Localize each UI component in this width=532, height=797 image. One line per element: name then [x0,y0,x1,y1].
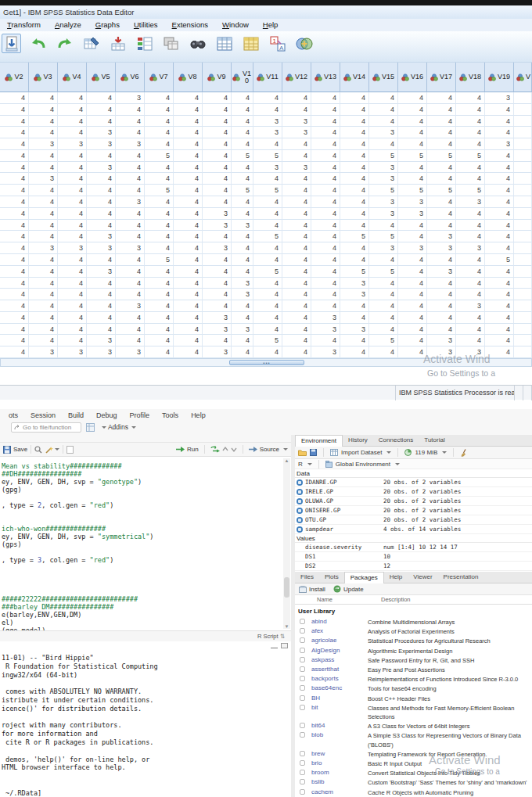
grid-cell[interactable]: 4 [398,231,427,242]
grid-cell[interactable]: 4 [232,266,253,278]
grid-cell[interactable]: 4 [311,138,340,150]
grid-cell[interactable]: 4 [145,231,174,242]
grid-cell[interactable]: 4 [232,173,253,185]
redo-icon[interactable] [55,34,74,53]
package-checkbox[interactable] [300,760,305,766]
tab-files[interactable]: Files [295,572,319,583]
grid-cell[interactable]: 4 [232,346,253,358]
grid-cell[interactable]: 3 [253,162,282,174]
grid-cell[interactable]: 3 [87,231,116,242]
grid-cell[interactable]: 4 [29,208,58,220]
grid-cell[interactable]: 4 [116,208,145,220]
grid-cell[interactable]: 4 [232,254,253,266]
grid-cell[interactable]: 4 [116,278,145,289]
grid-cell[interactable]: 4 [145,289,174,300]
package-name-link[interactable]: blob [305,731,368,740]
grid-cell[interactable]: 4 [203,185,232,196]
grid-cell[interactable]: 4 [87,196,116,208]
find-replace-icon[interactable] [34,446,42,454]
grid-cell[interactable]: 4 [145,220,174,232]
update-button[interactable]: Update [333,585,364,593]
grid-cell[interactable]: 4 [485,220,514,232]
environment-object-row[interactable]: sampdear4 obs. of 14 variables [295,525,532,534]
grid-cell[interactable]: 4 [398,254,427,266]
grid-cell[interactable]: 3 [232,220,253,232]
grid-cell[interactable]: 4 [58,220,87,232]
grid-cell[interactable]: 4 [485,127,514,138]
grid-cell[interactable]: 3 [87,266,116,278]
package-checkbox[interactable] [300,676,305,681]
grid-cell[interactable]: 4 [29,162,58,174]
grid-cell[interactable]: 3 [282,127,311,138]
grid-cell[interactable]: 4 [427,162,456,174]
tab-environment[interactable]: Environment [295,435,343,447]
run-icon[interactable] [176,446,185,453]
grid-column-header[interactable]: V3 [29,63,58,92]
grid-cell[interactable]: 4 [87,116,116,127]
grid-column-header[interactable]: V18 [456,63,485,92]
grid-cell[interactable]: 4 [203,300,232,312]
grid-cell[interactable]: 4 [485,104,514,116]
grid-cell[interactable]: 5 [340,231,369,242]
grid-cell[interactable]: 4 [485,231,514,242]
grid-cell[interactable]: 5 [253,150,282,162]
grid-cell[interactable]: 4 [145,335,174,346]
spss-data-grid[interactable]: V2V3V4V5V6V7V8V9V10V11V12V13V14V15V16V17… [0,63,532,358]
grid-cell[interactable]: 4 [340,173,369,185]
grid-cell[interactable]: 4 [485,278,514,289]
spss-menu-graphs[interactable]: Graphs [88,19,127,31]
grid-cell[interactable]: 3 [116,300,145,312]
spss-menu-window[interactable]: Window [215,19,256,31]
grid-cell[interactable]: 4 [253,254,282,266]
grid-cell[interactable]: 4 [116,231,145,242]
grid-cell[interactable]: 4 [282,208,311,220]
grid-cell[interactable]: 4 [253,242,282,254]
grid-cell[interactable]: 3 [58,242,87,254]
grid-cell[interactable]: 4 [29,196,58,208]
split-file-icon[interactable] [161,34,181,53]
grid-cell[interactable]: 4 [398,127,427,138]
package-name-link[interactable]: abind [305,617,368,626]
grid-cell[interactable]: 4 [485,312,514,324]
grid-cell[interactable]: 4 [87,300,116,312]
grid-column-header[interactable]: V5 [87,63,116,92]
grid-cell[interactable]: 4 [311,196,340,208]
grid-cell[interactable]: 4 [174,254,203,266]
grid-cell[interactable]: 4 [311,104,340,116]
grid-cell[interactable]: 4 [174,196,203,208]
grid-cell[interactable]: 5 [232,150,253,162]
grid-cell[interactable]: 4 [174,231,203,242]
grid-cell[interactable]: 4 [398,266,427,278]
grid-cell[interactable]: 3 [282,116,311,127]
grid-cell[interactable]: 4 [485,173,514,185]
grid-cell[interactable]: 4 [398,92,427,104]
grid-cell[interactable]: 4 [253,220,282,232]
grid-cell[interactable]: 4 [87,185,116,196]
grid-cell[interactable]: 4 [398,278,427,289]
grid-cell[interactable]: 4 [116,254,145,266]
grid-cell[interactable]: 4 [58,300,87,312]
grid-cell[interactable]: 3 [427,266,456,278]
grid-cell[interactable]: 4 [398,138,427,150]
grid-column-header[interactable]: V16 [398,63,427,92]
grid-cell[interactable]: 4 [29,104,58,116]
grid-cell[interactable]: 4 [174,92,203,104]
grid-cell[interactable]: 4 [282,196,311,208]
grid-cell[interactable]: 4 [253,173,282,185]
grid-cell[interactable]: 4 [174,346,203,358]
grid-cell[interactable]: 4 [340,208,369,220]
grid-cell[interactable]: 4 [485,196,514,208]
grid-column-header[interactable]: V8 [174,63,203,92]
grid-cell[interactable]: 4 [369,116,398,127]
grid-cell[interactable]: 4 [253,196,282,208]
grid-cell[interactable]: 4 [340,185,369,196]
grid-cell[interactable]: 4 [232,208,253,220]
grid-cell[interactable]: 4 [485,242,514,254]
grid-column-header[interactable]: V14 [340,63,369,92]
grid-cell[interactable]: 4 [87,278,116,289]
console-pane[interactable]: 11-01) -- "Bird Hippie" R Foundation for… [0,641,291,797]
source-label[interactable]: Source [260,446,279,453]
grid-column-header[interactable]: V9 [203,63,232,92]
grid-cell[interactable]: 4 [116,312,145,324]
grid-cell[interactable]: 4 [311,220,340,232]
